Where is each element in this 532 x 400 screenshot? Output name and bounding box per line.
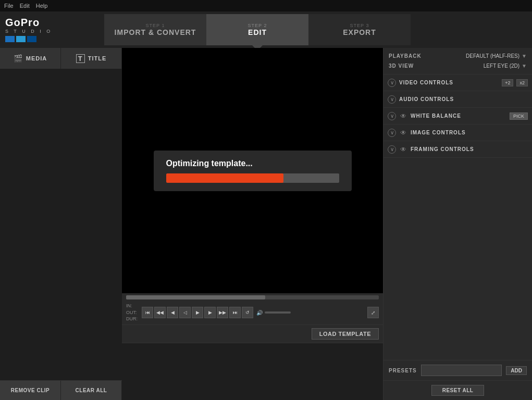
tab-title[interactable]: T TITLE: [61, 48, 122, 69]
video-controls-badge-plus2[interactable]: +2: [502, 79, 513, 86]
right-panel: PLAYBACK DEFAULT (HALF-RES) ▼ 3D VIEW LE…: [383, 48, 532, 400]
step3-name: EXPORT: [343, 28, 376, 36]
playback-dropdown-icon[interactable]: ▼: [522, 53, 527, 59]
clear-all-button[interactable]: CLEAR ALL: [61, 381, 122, 400]
3d-view-row: 3D VIEW LEFT EYE (2D) ▼: [389, 61, 527, 71]
audio-controls-section[interactable]: ∨ AUDIO CONTROLS: [383, 91, 532, 108]
add-preset-button[interactable]: ADD: [506, 366, 527, 375]
image-controls-section[interactable]: ∨ 👁 IMAGE CONTROLS: [383, 124, 532, 141]
logo-square-2: [16, 36, 26, 42]
presets-label: PRESETS: [389, 368, 417, 373]
step-tabs: STEP 1 IMPORT & CONVERT STEP 2 EDIT STEP…: [104, 11, 411, 48]
play-button[interactable]: ▶: [192, 307, 203, 318]
image-controls-eye-icon[interactable]: 👁: [399, 129, 407, 137]
center-panel: Optimizing template... IN: OUT: DUR: ⏮ ◀…: [122, 48, 383, 400]
menu-edit[interactable]: Edit: [20, 3, 30, 9]
step-forward-button[interactable]: ▶: [204, 307, 216, 318]
progress-bar-fill: [166, 173, 284, 183]
step-back-button[interactable]: ◀: [167, 307, 178, 318]
right-top: PLAYBACK DEFAULT (HALF-RES) ▼ 3D VIEW LE…: [383, 48, 532, 74]
timeline-bar[interactable]: [126, 295, 379, 299]
title-bar: File Edit Help: [0, 0, 532, 11]
skip-end-button[interactable]: ⏭: [229, 307, 241, 318]
step-tab-export[interactable]: STEP 3 EXPORT: [308, 14, 411, 45]
loop-button[interactable]: ↺: [242, 307, 253, 318]
step1-name: IMPORT & CONVERT: [115, 28, 196, 36]
menu-help[interactable]: Help: [36, 3, 48, 9]
title-icon: T: [76, 54, 85, 63]
playback-value-text: DEFAULT (HALF-RES): [466, 53, 519, 59]
skip-start-button[interactable]: ⏮: [142, 307, 153, 318]
out-label: OUT:: [126, 309, 138, 316]
step1-num: STEP 1: [146, 23, 165, 28]
optimize-text: Optimizing template...: [166, 159, 339, 168]
progress-bar-bg: [166, 173, 339, 183]
tab-media-label: MEDIA: [26, 55, 47, 61]
step-tab-edit[interactable]: STEP 2 EDIT: [206, 14, 308, 45]
media-icon: 🎬: [14, 54, 23, 63]
in-out-labels: IN: OUT: DUR:: [126, 303, 138, 322]
3d-view-value-text: LEFT EYE (2D): [484, 63, 519, 69]
volume-slider[interactable]: [265, 311, 291, 314]
step2-name: EDIT: [248, 28, 267, 36]
play-reverse-button[interactable]: ◁: [179, 307, 191, 318]
video-controls-expand-icon: ∨: [388, 79, 396, 87]
3d-view-label: 3D VIEW: [389, 63, 414, 69]
white-balance-expand-icon: ∨: [388, 112, 396, 120]
framing-controls-label: FRAMING CONTROLS: [411, 146, 528, 152]
audio-controls-expand-icon: ∨: [388, 95, 396, 104]
dur-label: DUR:: [126, 316, 138, 322]
tab-media[interactable]: 🎬 MEDIA: [0, 48, 61, 69]
presets-area: PRESETS ADD: [383, 360, 532, 380]
3d-view-dropdown-icon[interactable]: ▼: [522, 63, 527, 69]
right-spacer: [383, 158, 532, 360]
bottom-bar: REMOVE CLIP CLEAR ALL: [0, 380, 122, 400]
optimize-overlay: Optimizing template...: [154, 151, 352, 191]
right-bottom-bar: RESET ALL: [383, 380, 532, 400]
logo-squares: [5, 36, 52, 42]
timeline-area[interactable]: [122, 343, 383, 400]
logo-square-1: [5, 36, 15, 42]
framing-controls-eye-icon[interactable]: 👁: [399, 145, 407, 154]
prev-frame-button[interactable]: ◀◀: [154, 307, 166, 318]
video-controls-badge-x2[interactable]: x2: [516, 79, 528, 86]
logo-square-3: [27, 36, 36, 42]
white-balance-section[interactable]: ∨ 👁 WHITE BALANCE PICK: [383, 108, 532, 124]
controls-row: IN: OUT: DUR: ⏮ ◀◀ ◀ ◁ ▶ ▶ ▶▶ ⏭ ↺ 🔊 ⤢: [126, 303, 379, 322]
tab-title-label: TITLE: [88, 55, 107, 61]
load-template-bar: LOAD TEMPLATE: [122, 324, 383, 343]
framing-controls-section[interactable]: ∨ 👁 FRAMING CONTROLS: [383, 141, 532, 158]
presets-input[interactable]: [421, 365, 502, 376]
video-preview: Optimizing template...: [122, 48, 383, 293]
video-controls-section[interactable]: ∨ VIDEO CONTROLS +2 x2: [383, 74, 532, 91]
playback-label: PLAYBACK: [389, 53, 422, 59]
step3-num: STEP 3: [350, 23, 369, 28]
video-controls-label: VIDEO CONTROLS: [399, 80, 499, 85]
white-balance-label: WHITE BALANCE: [411, 113, 506, 119]
logo-subtitle: S T U D I O: [5, 29, 52, 34]
image-controls-expand-icon: ∨: [388, 129, 396, 137]
step-tab-import[interactable]: STEP 1 IMPORT & CONVERT: [104, 14, 206, 45]
volume-icon: 🔊: [256, 310, 263, 316]
left-tabs: 🎬 MEDIA T TITLE: [0, 48, 122, 69]
left-content: [0, 69, 122, 400]
playback-value: DEFAULT (HALF-RES) ▼: [466, 53, 527, 59]
reset-all-button[interactable]: RESET ALL: [431, 385, 485, 396]
left-panel: 🎬 MEDIA T TITLE REMOVE CLIP CLEAR ALL: [0, 48, 122, 400]
playback-row: PLAYBACK DEFAULT (HALF-RES) ▼: [389, 51, 527, 61]
logo-name: GoPro: [5, 17, 52, 28]
timeline-fill: [126, 295, 265, 299]
white-balance-pick-button[interactable]: PICK: [510, 113, 528, 120]
fullscreen-button[interactable]: ⤢: [367, 307, 379, 318]
playback-area: IN: OUT: DUR: ⏮ ◀◀ ◀ ◁ ▶ ▶ ▶▶ ⏭ ↺ 🔊 ⤢: [122, 293, 383, 324]
logo: GoPro S T U D I O: [5, 17, 52, 42]
menu-file[interactable]: File: [4, 3, 14, 9]
remove-clip-button[interactable]: REMOVE CLIP: [0, 381, 61, 400]
load-template-button[interactable]: LOAD TEMPLATE: [312, 328, 379, 340]
step2-num: STEP 2: [248, 23, 267, 28]
next-frame-button[interactable]: ▶▶: [217, 307, 228, 318]
image-controls-label: IMAGE CONTROLS: [411, 130, 528, 135]
white-balance-eye-icon[interactable]: 👁: [399, 112, 407, 120]
framing-controls-expand-icon: ∨: [388, 145, 396, 154]
in-label: IN:: [126, 303, 138, 309]
